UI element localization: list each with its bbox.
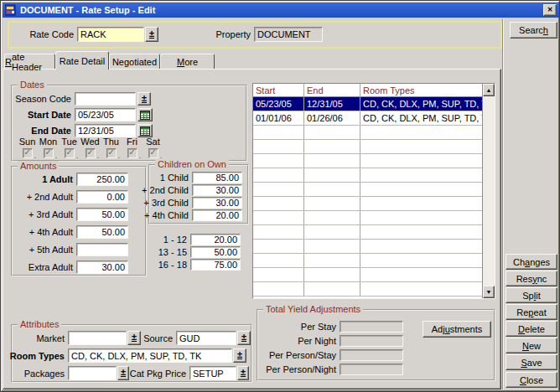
- resync-button[interactable]: Resync: [506, 271, 557, 286]
- delete-button[interactable]: Delete: [506, 321, 557, 337]
- close-button[interactable]: ✕: [543, 4, 557, 16]
- table-row[interactable]: [253, 197, 482, 211]
- property-label: Property: [213, 29, 254, 39]
- adjustments-label-end: stments: [450, 324, 483, 334]
- start-date-calendar-button[interactable]: [137, 108, 153, 121]
- tab-rate-detail[interactable]: Rate Detail: [55, 51, 109, 70]
- cell-room-types: [360, 154, 482, 168]
- save-button[interactable]: Save: [506, 354, 557, 370]
- table-row[interactable]: 01/01/06 01/26/06 CD, CK, DLX, PM, SUP, …: [253, 111, 482, 126]
- table-row[interactable]: [253, 225, 482, 240]
- titlebar: DOCUMENT - Rate Setup - Edit ✕: [3, 3, 559, 18]
- packages-field[interactable]: [68, 366, 117, 380]
- table-row[interactable]: [253, 282, 482, 297]
- table-row[interactable]: [253, 154, 482, 168]
- age-1-12-field[interactable]: 20.00: [190, 234, 241, 245]
- cat-pkg-price-field[interactable]: SETUP: [189, 366, 236, 380]
- room-types-field[interactable]: CD, CK, DLX, PM, SUP, TD, TK: [68, 348, 232, 363]
- table-scrollbar[interactable]: ▲ ▼: [482, 84, 495, 298]
- adult-3-field[interactable]: 50.00: [76, 208, 128, 221]
- scroll-up-button[interactable]: ▲: [483, 84, 495, 96]
- child-2-field[interactable]: 30.00: [192, 184, 242, 196]
- table-row[interactable]: [253, 140, 482, 154]
- changes-button[interactable]: Changes: [506, 254, 557, 270]
- changes-label-end: nges: [530, 257, 550, 267]
- season-code-field[interactable]: [75, 92, 136, 106]
- day-checkbox[interactable]: [127, 148, 137, 158]
- source-field[interactable]: GUD: [176, 331, 236, 345]
- close-icon: ✕: [547, 7, 553, 13]
- rate-code-field[interactable]: RACK: [77, 27, 144, 42]
- cell-end: [304, 168, 360, 182]
- lov-dropdown-icon: ±: [237, 350, 242, 361]
- tab-negotiated[interactable]: Negotiated: [109, 54, 160, 69]
- child-3-field[interactable]: 30.00: [192, 197, 242, 209]
- repeat-button[interactable]: Repeat: [506, 304, 557, 320]
- extra-adult-label: Extra Adult: [14, 262, 76, 272]
- rate-seasons-table: Start End Room Types 05/23/05 12/31/05 C…: [252, 83, 495, 299]
- search-button[interactable]: Search: [510, 22, 557, 39]
- age-16-18-field[interactable]: 75.00: [190, 259, 241, 271]
- table-row[interactable]: [253, 211, 482, 225]
- adult-3-label: + 3rd Adult: [14, 209, 76, 219]
- table-row[interactable]: 05/23/05 12/31/05 CD, CK, DLX, PM, SUP, …: [253, 97, 482, 111]
- new-button[interactable]: New: [506, 338, 557, 353]
- repeat-label-end: eat: [533, 307, 546, 317]
- adult-2-field[interactable]: 0.00: [76, 190, 128, 204]
- tab-hotkey: R: [5, 57, 12, 67]
- table-row[interactable]: [253, 268, 482, 282]
- tab-label-end: ate Header: [12, 52, 54, 72]
- lov-dropdown-icon: ±: [241, 368, 246, 379]
- day-checkbox[interactable]: [44, 148, 54, 158]
- table-row[interactable]: [253, 240, 482, 254]
- app-icon: [5, 4, 17, 16]
- age-1-12-label: 1 - 12: [150, 235, 190, 245]
- room-types-lov-button[interactable]: ±: [233, 348, 246, 363]
- cell-end: 01/26/06: [304, 111, 360, 125]
- cell-end: [304, 183, 360, 196]
- table-row[interactable]: [253, 183, 482, 197]
- market-lov-button[interactable]: ±: [127, 331, 141, 345]
- extra-adult-field[interactable]: 30.00: [76, 260, 128, 274]
- cell-room-types: [360, 126, 482, 139]
- adult-1-label: 1 Adult: [14, 174, 76, 184]
- packages-lov-button[interactable]: ±: [117, 366, 129, 380]
- season-code-lov-button[interactable]: ±: [137, 92, 151, 106]
- rate-setup-window: DOCUMENT - Rate Setup - Edit ✕ Rate Code…: [0, 0, 560, 392]
- adult-4-field[interactable]: 50.00: [76, 225, 128, 239]
- adult-1-field[interactable]: 250.00: [76, 173, 128, 186]
- table-row[interactable]: [253, 254, 482, 268]
- table-row[interactable]: [253, 126, 482, 140]
- scroll-down-button[interactable]: ▼: [483, 286, 495, 298]
- day-checkbox[interactable]: [106, 148, 117, 158]
- adult-5-field[interactable]: [76, 243, 128, 256]
- lov-dropdown-icon: ±: [121, 368, 126, 379]
- save-label-end: ave: [527, 358, 542, 368]
- start-date-field[interactable]: 05/23/05: [75, 108, 136, 121]
- cat-pkg-price-label: Cat Pkg Price: [129, 369, 189, 379]
- tab-more[interactable]: More: [160, 54, 215, 69]
- column-header-room-types: Room Types: [360, 84, 482, 96]
- cell-room-types: CD, CK, DLX, PM, SUP, TD, TK: [360, 97, 482, 111]
- table-row[interactable]: [253, 168, 482, 183]
- child-4-field[interactable]: 20.00: [192, 209, 242, 221]
- cell-start: [253, 140, 304, 153]
- per-stay-label: Per Stay: [260, 322, 340, 332]
- end-date-field[interactable]: 12/31/05: [75, 124, 136, 137]
- lov-dropdown-icon: ±: [149, 29, 154, 40]
- source-lov-button[interactable]: ±: [237, 331, 251, 345]
- day-checkbox[interactable]: [86, 148, 96, 158]
- end-date-calendar-button[interactable]: [137, 124, 153, 137]
- tab-rate-header[interactable]: Rate Header: [4, 54, 55, 69]
- day-checkbox[interactable]: [23, 148, 33, 158]
- rate-code-lov-button[interactable]: ±: [145, 27, 158, 42]
- close-button-bottom[interactable]: Close: [506, 372, 557, 388]
- child-1-field[interactable]: 85.00: [192, 172, 242, 183]
- adjustments-button[interactable]: Adjustments: [423, 321, 491, 338]
- day-checkbox[interactable]: [65, 148, 75, 158]
- day-checkbox[interactable]: [148, 148, 158, 158]
- market-field[interactable]: [68, 331, 127, 345]
- age-13-15-field[interactable]: 50.00: [190, 246, 241, 258]
- split-button[interactable]: Split: [506, 287, 557, 303]
- cat-pkg-price-lov-button[interactable]: ±: [237, 366, 249, 380]
